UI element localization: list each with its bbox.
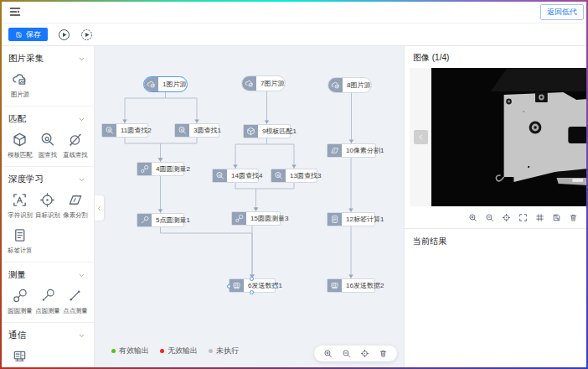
flow-edge	[235, 138, 267, 169]
tcp-icon	[232, 281, 241, 290]
save-label: 保存	[26, 29, 41, 40]
crosshair-icon[interactable]	[502, 213, 511, 222]
prev-image-button[interactable]	[414, 130, 428, 144]
doc-icon	[330, 215, 339, 224]
tool-item-label: 标签计算	[8, 246, 32, 254]
section-header-图片采集[interactable]: 图片采集	[0, 46, 94, 70]
cloud-img-icon	[147, 80, 156, 89]
edge-arrowhead	[233, 165, 238, 169]
edge-arrowhead	[348, 209, 353, 212]
segment-icon	[67, 192, 83, 208]
cloud-img-icon	[12, 71, 28, 87]
run-button[interactable]	[58, 29, 70, 41]
flow-node-8图片源3[interactable]: 8图片源3	[328, 77, 372, 93]
node-connection-handle[interactable]	[273, 284, 277, 288]
chev-down-icon	[78, 272, 85, 279]
node-label: 3圆查找1	[189, 126, 225, 135]
preview-image[interactable]	[431, 68, 588, 206]
flow-node-11圆查找2[interactable]: 11圆查找2	[101, 123, 148, 138]
industrial-part-image	[431, 68, 588, 206]
flow-node-15圆圆测量3[interactable]: 15圆圆测量3	[231, 211, 281, 226]
legend-label: 无效输出	[168, 346, 198, 356]
pc-measure-icon	[39, 288, 55, 304]
flow-node-1图片源1[interactable]: 1图片源1	[143, 76, 188, 92]
chev-down-icon	[78, 176, 85, 184]
sidebar-collapse-handle[interactable]	[95, 195, 104, 221]
chev-down-icon	[78, 55, 85, 63]
flow-node-4圆圆测量2[interactable]: 4圆圆测量2	[137, 162, 184, 176]
node-label: 13圆查找3	[286, 171, 325, 180]
node-icon-box	[328, 279, 342, 292]
chev-down-icon	[78, 116, 85, 123]
back-to-lowcode-button[interactable]: 返回低代	[540, 4, 584, 20]
tool-item-目标识别[interactable]: 目标识别	[34, 192, 61, 220]
node-connection-handle[interactable]	[227, 284, 231, 288]
section-header-通信[interactable]: 通信	[0, 323, 94, 346]
section-header-深度学习[interactable]: 深度学习	[0, 167, 94, 190]
flow-edge	[125, 138, 161, 162]
tcp-icon	[330, 281, 339, 290]
section-header-匹配[interactable]: 匹配	[0, 107, 94, 130]
tool-item-圆圆测量[interactable]: 圆圆测量	[6, 288, 34, 315]
section-header-测量[interactable]: 测量	[0, 262, 94, 286]
pc-measure-icon	[140, 216, 149, 225]
flow-node-12标签计算1[interactable]: 12标签计算1	[327, 212, 375, 226]
flow-node-6发送数据1[interactable]: 6发送数据1	[229, 278, 276, 293]
tool-item-点点测量[interactable]: 点点测量	[61, 288, 89, 315]
legend-item: 未执行	[209, 346, 239, 356]
node-icon-box	[175, 124, 189, 137]
section-items: 图片源	[0, 70, 94, 101]
tool-item-字符识别[interactable]: 字符识别	[6, 192, 34, 220]
flow-node-16发送数据2[interactable]: 16发送数据2	[327, 278, 375, 293]
tool-item-图片源[interactable]: 图片源	[6, 71, 34, 99]
fullscreen-icon[interactable]	[518, 213, 528, 222]
flow-edge	[125, 92, 166, 123]
node-icon-box	[213, 169, 227, 182]
zoom-out-icon[interactable]	[485, 213, 494, 222]
crosshair-icon[interactable]	[360, 349, 369, 358]
trash-icon[interactable]	[379, 349, 388, 358]
flow-node-9模板匹配1[interactable]: 9模板匹配1	[243, 124, 291, 138]
tcp-icon	[12, 348, 28, 364]
cc-measure-icon	[235, 214, 244, 223]
chev-down-icon	[78, 332, 85, 340]
zoom-in-icon[interactable]	[323, 349, 333, 358]
cube-icon	[12, 132, 28, 148]
flow-node-5点圆测量1[interactable]: 5点圆测量1	[137, 213, 184, 227]
tool-item-标签计算[interactable]: 标签计算	[6, 227, 34, 255]
tool-item-label: 圆查找	[38, 150, 56, 159]
flow-node-14圆查找4[interactable]: 14圆查找4	[212, 169, 259, 183]
node-connection-handle[interactable]	[250, 277, 254, 281]
tool-item-点圆测量[interactable]: 点圆测量	[34, 288, 61, 315]
tool-item-圆查找[interactable]: 圆查找	[34, 132, 61, 159]
save-icon[interactable]	[552, 213, 561, 222]
grid-icon[interactable]	[535, 213, 544, 222]
cube-icon	[246, 127, 255, 136]
node-label: 4圆圆测量2	[152, 164, 194, 174]
legend-dot	[209, 349, 213, 353]
edge-arrowhead	[291, 165, 297, 169]
tool-item-模板匹配[interactable]: 模板匹配	[6, 132, 34, 159]
flow-edge	[267, 138, 295, 169]
save-icon	[15, 31, 23, 39]
node-connection-handle[interactable]	[250, 290, 254, 294]
edge-arrowhead	[348, 275, 353, 278]
zoom-out-icon[interactable]	[342, 349, 351, 358]
flow-canvas[interactable]: 1图片源17图片源28图片源311圆查找23圆查找19模板匹配110像素分割14…	[95, 46, 404, 367]
save-button[interactable]: 保存	[8, 28, 48, 41]
menu-icon[interactable]	[8, 5, 22, 18]
tool-item-像素分割[interactable]: 像素分割	[61, 192, 89, 220]
tool-item-直线查找[interactable]: 直线查找	[61, 132, 89, 159]
flow-node-10像素分割1[interactable]: 10像素分割1	[327, 143, 376, 158]
flow-node-3圆查找1[interactable]: 3圆查找1	[174, 123, 219, 138]
sidebar-section: 深度学习字符识别目标识别像素分割标签计算	[0, 167, 94, 262]
tool-item-label: 字符识别	[8, 210, 32, 219]
flow-node-13圆查找3[interactable]: 13圆查找3	[271, 169, 317, 183]
tool-item-label: 像素分割	[63, 210, 87, 219]
run-step-button[interactable]	[80, 29, 93, 41]
trash-icon[interactable]	[569, 213, 578, 222]
node-icon-box	[137, 214, 152, 226]
zoom-in-icon[interactable]	[468, 213, 477, 222]
flow-node-7图片源2[interactable]: 7图片源2	[241, 75, 286, 91]
tool-item-tcp[interactable]	[6, 348, 34, 366]
